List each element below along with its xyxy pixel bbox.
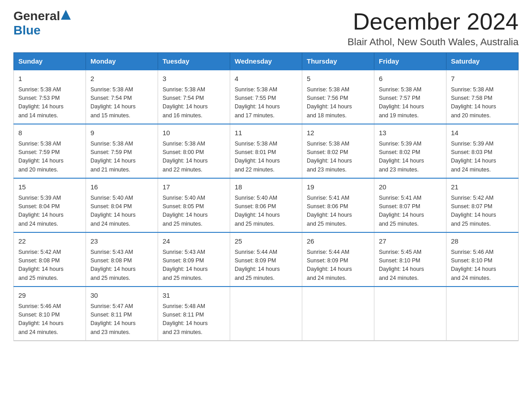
title-area: December 2024 Blair Athol, New South Wal…	[348, 9, 519, 48]
day-number: 23	[90, 236, 153, 247]
day-number: 28	[451, 236, 514, 247]
logo: General Blue	[13, 9, 71, 38]
header-tuesday: Tuesday	[158, 53, 230, 70]
day-info: Sunrise: 5:38 AMSunset: 7:58 PMDaylight:…	[451, 86, 514, 120]
day-info: Sunrise: 5:46 AMSunset: 8:10 PMDaylight:…	[451, 248, 514, 283]
day-info: Sunrise: 5:42 AMSunset: 8:08 PMDaylight:…	[18, 248, 81, 283]
day-info: Sunrise: 5:43 AMSunset: 8:08 PMDaylight:…	[90, 248, 153, 283]
table-row: 8 Sunrise: 5:38 AMSunset: 7:59 PMDayligh…	[14, 124, 86, 178]
table-row: 1 Sunrise: 5:38 AMSunset: 7:53 PMDayligh…	[14, 70, 86, 124]
day-number: 11	[235, 128, 297, 138]
logo-blue-text: Blue	[13, 23, 41, 37]
table-row: 14 Sunrise: 5:39 AMSunset: 8:03 PMDaylig…	[446, 124, 519, 178]
day-info: Sunrise: 5:41 AMSunset: 8:06 PMDaylight:…	[307, 194, 369, 229]
table-row	[446, 287, 519, 341]
location-subtitle: Blair Athol, New South Wales, Australia	[348, 36, 519, 48]
day-number: 22	[18, 236, 81, 247]
day-info: Sunrise: 5:38 AMSunset: 7:57 PMDaylight:…	[379, 86, 442, 120]
table-row: 9 Sunrise: 5:38 AMSunset: 7:59 PMDayligh…	[86, 124, 158, 178]
table-row: 17 Sunrise: 5:40 AMSunset: 8:05 PMDaylig…	[158, 178, 230, 232]
table-row	[302, 287, 374, 341]
table-row	[374, 287, 446, 341]
table-row: 22 Sunrise: 5:42 AMSunset: 8:08 PMDaylig…	[14, 232, 86, 287]
day-number: 20	[379, 182, 442, 193]
table-row: 29 Sunrise: 5:46 AMSunset: 8:10 PMDaylig…	[14, 287, 86, 341]
table-row: 13 Sunrise: 5:39 AMSunset: 8:02 PMDaylig…	[374, 124, 446, 178]
table-row: 3 Sunrise: 5:38 AMSunset: 7:54 PMDayligh…	[158, 70, 230, 124]
day-number: 8	[18, 128, 81, 138]
table-row	[230, 287, 302, 341]
day-info: Sunrise: 5:38 AMSunset: 7:59 PMDaylight:…	[90, 140, 153, 175]
day-number: 13	[379, 128, 442, 138]
day-number: 12	[307, 128, 369, 138]
day-info: Sunrise: 5:38 AMSunset: 7:59 PMDaylight:…	[18, 140, 81, 175]
svg-marker-0	[61, 10, 71, 20]
table-row: 30 Sunrise: 5:47 AMSunset: 8:11 PMDaylig…	[86, 287, 158, 341]
day-number: 31	[163, 291, 225, 301]
logo-general-text: General	[13, 9, 60, 23]
table-row: 19 Sunrise: 5:41 AMSunset: 8:06 PMDaylig…	[302, 178, 374, 232]
day-number: 19	[307, 182, 369, 193]
day-info: Sunrise: 5:44 AMSunset: 8:09 PMDaylight:…	[307, 248, 369, 283]
day-info: Sunrise: 5:40 AMSunset: 8:04 PMDaylight:…	[90, 194, 153, 229]
table-row: 21 Sunrise: 5:42 AMSunset: 8:07 PMDaylig…	[446, 178, 519, 232]
day-number: 4	[235, 74, 297, 84]
day-info: Sunrise: 5:41 AMSunset: 8:07 PMDaylight:…	[379, 194, 442, 229]
table-row: 11 Sunrise: 5:38 AMSunset: 8:01 PMDaylig…	[230, 124, 302, 178]
day-info: Sunrise: 5:38 AMSunset: 7:56 PMDaylight:…	[307, 86, 369, 120]
day-number: 26	[307, 236, 369, 247]
page-header: General Blue December 2024 Blair Athol, …	[13, 9, 519, 48]
day-info: Sunrise: 5:38 AMSunset: 8:01 PMDaylight:…	[235, 140, 297, 175]
day-number: 30	[90, 291, 153, 301]
day-info: Sunrise: 5:39 AMSunset: 8:04 PMDaylight:…	[18, 194, 81, 229]
day-info: Sunrise: 5:38 AMSunset: 8:00 PMDaylight:…	[163, 140, 225, 175]
day-info: Sunrise: 5:39 AMSunset: 8:02 PMDaylight:…	[379, 140, 442, 175]
table-row: 20 Sunrise: 5:41 AMSunset: 8:07 PMDaylig…	[374, 178, 446, 232]
logo-triangle-icon	[61, 10, 71, 20]
day-number: 25	[235, 236, 297, 247]
header-wednesday: Wednesday	[230, 53, 302, 70]
day-number: 24	[163, 236, 225, 247]
table-row: 12 Sunrise: 5:38 AMSunset: 8:02 PMDaylig…	[302, 124, 374, 178]
header-saturday: Saturday	[446, 53, 519, 70]
day-number: 21	[451, 182, 514, 193]
header-friday: Friday	[374, 53, 446, 70]
day-number: 7	[451, 74, 514, 84]
table-row: 7 Sunrise: 5:38 AMSunset: 7:58 PMDayligh…	[446, 70, 519, 124]
day-number: 27	[379, 236, 442, 247]
table-row: 31 Sunrise: 5:48 AMSunset: 8:11 PMDaylig…	[158, 287, 230, 341]
table-row: 2 Sunrise: 5:38 AMSunset: 7:54 PMDayligh…	[86, 70, 158, 124]
day-number: 14	[451, 128, 514, 138]
table-row: 28 Sunrise: 5:46 AMSunset: 8:10 PMDaylig…	[446, 232, 519, 287]
table-row: 16 Sunrise: 5:40 AMSunset: 8:04 PMDaylig…	[86, 178, 158, 232]
day-info: Sunrise: 5:38 AMSunset: 7:54 PMDaylight:…	[90, 86, 153, 120]
table-row: 26 Sunrise: 5:44 AMSunset: 8:09 PMDaylig…	[302, 232, 374, 287]
day-info: Sunrise: 5:38 AMSunset: 7:54 PMDaylight:…	[163, 86, 225, 120]
table-row: 24 Sunrise: 5:43 AMSunset: 8:09 PMDaylig…	[158, 232, 230, 287]
day-number: 2	[90, 74, 153, 84]
day-info: Sunrise: 5:42 AMSunset: 8:07 PMDaylight:…	[451, 194, 514, 229]
table-row: 4 Sunrise: 5:38 AMSunset: 7:55 PMDayligh…	[230, 70, 302, 124]
day-number: 6	[379, 74, 442, 84]
day-info: Sunrise: 5:47 AMSunset: 8:11 PMDaylight:…	[90, 302, 153, 337]
day-info: Sunrise: 5:40 AMSunset: 8:06 PMDaylight:…	[235, 194, 297, 229]
day-number: 15	[18, 182, 81, 193]
table-row: 27 Sunrise: 5:45 AMSunset: 8:10 PMDaylig…	[374, 232, 446, 287]
day-number: 1	[18, 74, 81, 84]
header-sunday: Sunday	[14, 53, 86, 70]
day-info: Sunrise: 5:38 AMSunset: 8:02 PMDaylight:…	[307, 140, 369, 175]
day-number: 18	[235, 182, 297, 193]
day-info: Sunrise: 5:38 AMSunset: 7:53 PMDaylight:…	[18, 86, 81, 120]
day-info: Sunrise: 5:38 AMSunset: 7:55 PMDaylight:…	[235, 86, 297, 120]
day-number: 9	[90, 128, 153, 138]
day-number: 3	[163, 74, 225, 84]
table-row: 18 Sunrise: 5:40 AMSunset: 8:06 PMDaylig…	[230, 178, 302, 232]
day-number: 10	[163, 128, 225, 138]
table-row: 15 Sunrise: 5:39 AMSunset: 8:04 PMDaylig…	[14, 178, 86, 232]
day-number: 5	[307, 74, 369, 84]
day-number: 29	[18, 291, 81, 301]
day-number: 16	[90, 182, 153, 193]
header-thursday: Thursday	[302, 53, 374, 70]
day-info: Sunrise: 5:44 AMSunset: 8:09 PMDaylight:…	[235, 248, 297, 283]
table-row: 5 Sunrise: 5:38 AMSunset: 7:56 PMDayligh…	[302, 70, 374, 124]
